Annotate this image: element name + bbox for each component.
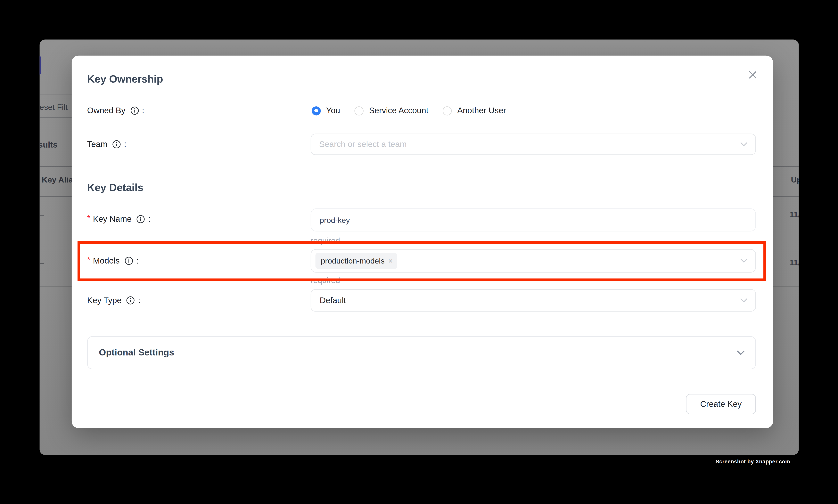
key-details-section-title: Key Details bbox=[87, 182, 143, 194]
close-button[interactable] bbox=[748, 70, 757, 79]
info-icon[interactable] bbox=[130, 106, 139, 115]
key-name-label-row: * Key Name : bbox=[87, 214, 150, 224]
info-icon[interactable] bbox=[112, 140, 121, 148]
owned-by-option-service-account[interactable]: Service Account bbox=[355, 106, 428, 115]
models-label: Models bbox=[93, 256, 120, 266]
table-header-updated: Up bbox=[791, 175, 799, 184]
create-key-modal: Key Ownership Owned By : You Service Acc… bbox=[72, 55, 773, 428]
selected-model-tag: production-models × bbox=[315, 253, 397, 269]
screenshot-stage: eset Filt sults Key Alia Up – 11/ – 11/ … bbox=[0, 0, 838, 504]
radio-label: Another User bbox=[457, 106, 506, 115]
table-header-key-alias: Key Alia bbox=[42, 175, 73, 184]
required-asterisk: * bbox=[87, 255, 90, 264]
models-colon: : bbox=[136, 256, 139, 266]
team-label-row: Team : bbox=[87, 140, 126, 149]
key-name-validation-message: required bbox=[310, 236, 340, 245]
owned-by-radio-group: You Service Account Another User bbox=[311, 106, 520, 115]
remove-tag-icon[interactable]: × bbox=[388, 256, 393, 265]
key-type-value: Default bbox=[311, 295, 346, 305]
chevron-down-icon bbox=[741, 142, 747, 146]
key-name-value: prod-key bbox=[311, 216, 350, 224]
team-select-placeholder: Search or select a team bbox=[311, 140, 407, 149]
owned-by-label-row: Owned By : bbox=[87, 106, 144, 115]
dimmed-primary-button-fragment bbox=[39, 56, 41, 75]
radio-unselected-icon[interactable] bbox=[355, 106, 364, 115]
team-select[interactable]: Search or select a team bbox=[310, 134, 756, 155]
key-name-label: Key Name bbox=[93, 214, 131, 224]
key-type-colon: : bbox=[138, 295, 140, 305]
key-name-colon: : bbox=[148, 214, 150, 224]
close-icon bbox=[748, 70, 757, 79]
table-row-updated: 11/ bbox=[789, 210, 799, 219]
radio-selected-icon[interactable] bbox=[311, 106, 321, 115]
models-validation-message: required bbox=[310, 276, 340, 285]
table-row-key-alias: – bbox=[40, 210, 44, 219]
table-row-updated: 11/ bbox=[789, 258, 799, 267]
reset-filters-button-fragment[interactable]: eset Filt bbox=[40, 102, 68, 111]
radio-unselected-icon[interactable] bbox=[443, 106, 452, 115]
radio-label: You bbox=[326, 106, 340, 115]
owned-by-option-another-user[interactable]: Another User bbox=[443, 106, 506, 115]
owned-by-label: Owned By bbox=[87, 106, 125, 115]
key-ownership-section-title: Key Ownership bbox=[87, 73, 163, 85]
key-name-input[interactable]: prod-key bbox=[310, 209, 756, 232]
info-icon[interactable] bbox=[137, 215, 145, 223]
models-label-row: * Models : bbox=[87, 256, 139, 266]
owned-by-option-you[interactable]: You bbox=[311, 106, 340, 115]
team-label: Team bbox=[87, 140, 107, 149]
info-icon[interactable] bbox=[124, 256, 133, 265]
optional-settings-accordion[interactable]: Optional Settings bbox=[87, 336, 756, 369]
info-icon[interactable] bbox=[126, 296, 135, 305]
models-select[interactable]: production-models × bbox=[310, 249, 756, 272]
selected-model-tag-label: production-models bbox=[321, 256, 385, 265]
watermark-text: Screenshot by Xnapper.com bbox=[716, 458, 790, 464]
radio-label: Service Account bbox=[369, 106, 428, 115]
results-count-fragment: sults bbox=[39, 140, 58, 149]
required-asterisk: * bbox=[87, 213, 90, 222]
owned-by-colon: : bbox=[142, 106, 144, 115]
table-row-key-alias: – bbox=[40, 258, 44, 267]
key-type-label: Key Type bbox=[87, 295, 122, 305]
key-type-select[interactable]: Default bbox=[310, 289, 756, 311]
optional-settings-title: Optional Settings bbox=[88, 347, 174, 358]
key-type-label-row: Key Type : bbox=[87, 295, 140, 305]
chevron-down-icon bbox=[737, 350, 745, 355]
create-key-button[interactable]: Create Key bbox=[686, 394, 756, 414]
chevron-down-icon bbox=[741, 259, 747, 263]
team-colon: : bbox=[124, 140, 126, 149]
chevron-down-icon bbox=[741, 298, 747, 303]
